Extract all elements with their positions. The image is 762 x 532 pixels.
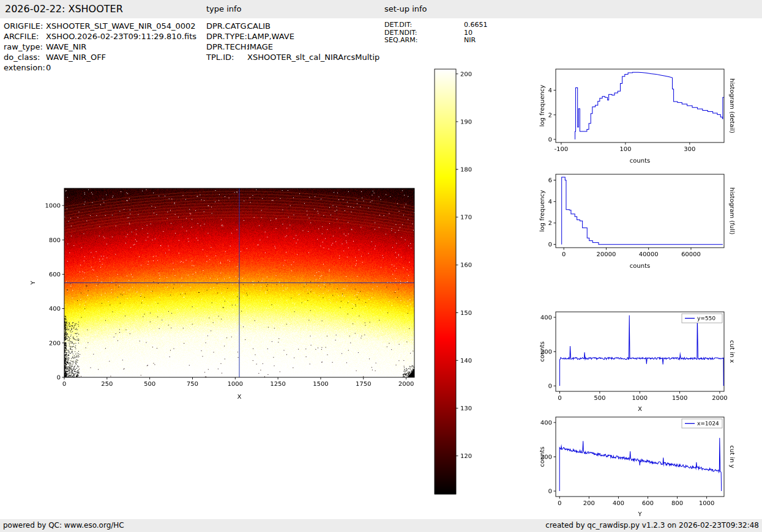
meta-key: DPR.TYPE: (206, 31, 247, 42)
meta-key: DET.DIT: (384, 21, 464, 29)
meta-value: LAMP,WAVE (247, 31, 294, 42)
meta-row-seq-arm: SEQ.ARM:NIR (384, 37, 488, 45)
footer-bar: powered by QC: www.eso.org/HC created by… (0, 519, 762, 532)
meta-key: DPR.TECH: (206, 42, 247, 52)
meta-row-tpl-id: TPL.ID:XSHOOTER_slt_cal_NIRArcsMultip (206, 52, 379, 62)
meta-key: raw_type: (4, 42, 46, 52)
meta-value: CALIB (247, 21, 271, 31)
meta-row-dpr-catg: DPR.CATG:CALIB (206, 21, 379, 31)
detector-image-plot (24, 180, 428, 410)
header-bar: 2026-02-22: XSHOOTER type info set-up in… (0, 0, 762, 18)
histogram-full-plot (539, 166, 750, 283)
colorbar (422, 64, 490, 501)
cut-in-x-plot (539, 304, 750, 420)
histogram-detail-plot (539, 61, 750, 177)
meta-row-extension: extension:0 (4, 62, 196, 73)
page-title: 2026-02-22: XSHOOTER (5, 0, 123, 18)
meta-value: 0 (46, 62, 51, 73)
meta-row-origfile: ORIGFILE:XSHOOTER_SLT_WAVE_NIR_054_0002 (4, 21, 196, 31)
meta-row-raw-type: raw_type:WAVE_NIR (4, 42, 196, 52)
meta-value: NIR (464, 37, 476, 45)
meta-row-do-class: do_class:WAVE_NIR_OFF (4, 52, 196, 62)
meta-key: SEQ.ARM: (384, 37, 464, 45)
meta-row-det-dit: DET.DIT:0.6651 (384, 21, 488, 29)
meta-key: TPL.ID: (206, 52, 247, 62)
meta-key: ARCFILE: (4, 31, 46, 42)
meta-row-arcfile: ARCFILE:XSHOO.2026-02-23T09:11:29.810.fi… (4, 31, 196, 42)
meta-value: 0.6651 (464, 21, 488, 29)
meta-key: do_class: (4, 52, 46, 62)
meta-row-dpr-type: DPR.TYPE:LAMP,WAVE (206, 31, 379, 42)
meta-value: XSHOOTER_SLT_WAVE_NIR_054_0002 (46, 21, 196, 31)
footer-powered-by: powered by QC: www.eso.org/HC (3, 519, 124, 532)
meta-value: WAVE_NIR_OFF (46, 52, 106, 62)
meta-value: WAVE_NIR (46, 42, 86, 52)
setup-info-heading: set-up info (384, 0, 427, 18)
file-info-block: ORIGFILE:XSHOOTER_SLT_WAVE_NIR_054_0002 … (4, 21, 196, 73)
footer-created-by: created by qc_rawdisp.py v1.2.3 on 2026-… (545, 519, 759, 532)
meta-key: ORIGFILE: (4, 21, 46, 31)
cut-in-y-plot (539, 409, 750, 525)
meta-row-dpr-tech: DPR.TECH:IMAGE (206, 42, 379, 52)
meta-value: XSHOO.2026-02-23T09:11:29.810.fits (46, 31, 196, 42)
meta-key: extension: (4, 62, 46, 73)
meta-key: DPR.CATG: (206, 21, 247, 31)
type-info-heading: type info (206, 0, 242, 18)
setup-info-block: DET.DIT:0.6651 DET.NDIT:10 SEQ.ARM:NIR (384, 21, 488, 45)
type-info-block: DPR.CATG:CALIB DPR.TYPE:LAMP,WAVE DPR.TE… (206, 21, 379, 62)
meta-value: IMAGE (247, 42, 273, 52)
meta-value: XSHOOTER_slt_cal_NIRArcsMultip (247, 52, 379, 62)
